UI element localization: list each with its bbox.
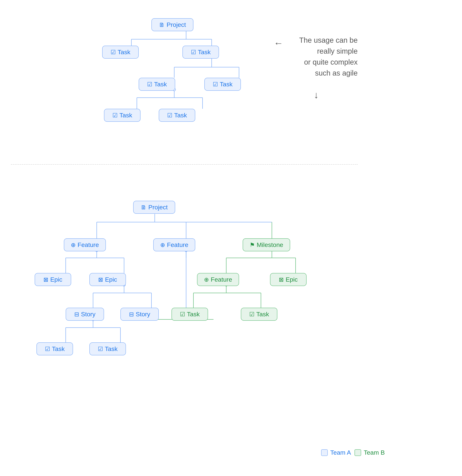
flag-icon: ⚑: [250, 242, 255, 248]
diagram2-project-node: 🗎 Project: [133, 201, 175, 214]
checkbox-icon-4: ☑: [213, 81, 218, 87]
section-divider: [11, 164, 358, 165]
checkbox-icon-bl1: ☑: [45, 346, 50, 352]
diagram1-project-node: 🗎 Project: [151, 18, 193, 31]
diagram2-epic2-node: ⊠ Epic: [89, 273, 126, 286]
diagram2-project-label: Project: [148, 204, 168, 211]
diagram1-task5-node: ☑ Task: [104, 109, 141, 122]
diagram1-task1-label: Task: [118, 49, 130, 56]
diagram1-task4-node: ☑ Task: [204, 78, 241, 91]
checkbox-icon-1: ☑: [110, 49, 116, 55]
document-icon: 🗎: [159, 22, 165, 28]
diagram2-feature2-label: Feature: [167, 241, 188, 248]
diagram2-story1-node: ⊟ Story: [66, 308, 104, 321]
diagram2-story2-label: Story: [136, 311, 150, 318]
diagram2-epic3-label: Epic: [286, 276, 298, 283]
checkbox-icon-a: ☑: [180, 311, 185, 317]
diagram2-feature3-node: ⊕ Feature: [197, 273, 239, 286]
diagram2-task-bl1-node: ☑ Task: [36, 342, 73, 355]
legend-team-b: Team B: [354, 449, 385, 456]
arrow-left-icon: ←: [274, 38, 283, 49]
legend-team-b-label: Team B: [364, 449, 385, 456]
diagram2-story2-node: ⊟ Story: [120, 308, 159, 321]
legend-team-a-label: Team A: [330, 449, 351, 456]
shield-icon-3: ⊠: [279, 277, 284, 282]
diagram1-task2-label: Task: [198, 49, 211, 56]
diagram2-task-bl2-label: Task: [105, 345, 118, 352]
diagram2-feature1-label: Feature: [77, 241, 99, 248]
checkbox-icon-bl2: ☑: [98, 346, 103, 352]
diagram1-task5-label: Task: [119, 112, 132, 119]
diagram2-milestone-label: Milestone: [257, 241, 283, 248]
diagram2-taska-label: Task: [187, 311, 200, 318]
annotation-text: The usage can bereally simpleor quite co…: [285, 35, 358, 78]
diagram2-task-bl1-label: Task: [52, 345, 65, 352]
checkbox-icon-5: ☑: [112, 112, 118, 118]
legend-box-blue: [321, 449, 328, 456]
diagram2-feature1-node: ⊕ Feature: [64, 238, 106, 251]
plus-circle-icon-3: ⊕: [204, 277, 209, 282]
diagram2-taska-node: ☑ Task: [171, 308, 208, 321]
diagram2-taskb-label: Task: [256, 311, 269, 318]
diagram2-milestone-node: ⚑ Milestone: [243, 238, 290, 251]
checkbox-icon-2: ☑: [191, 49, 196, 55]
legend-team-a: Team A: [321, 449, 351, 456]
diagram1-project-label: Project: [167, 21, 186, 28]
checkbox-icon-3: ☑: [147, 81, 152, 87]
diagram2-epic1-node: ⊠ Epic: [35, 273, 71, 286]
plus-circle-icon-2: ⊕: [160, 242, 165, 248]
diagram2-epic2-label: Epic: [105, 276, 117, 283]
checkbox-icon-6: ☑: [167, 112, 172, 118]
diagram1-task3-node: ☑ Task: [139, 78, 175, 91]
diagram2-epic1-label: Epic: [50, 276, 62, 283]
diagram2-story1-label: Story: [81, 311, 95, 318]
legend: Team A Team B: [321, 449, 385, 456]
checkbox-icon-b: ☑: [249, 311, 254, 317]
arrow-down-icon: ↓: [314, 89, 319, 100]
diagram1-task6-node: ☑ Task: [159, 109, 195, 122]
story-icon-2: ⊟: [129, 311, 134, 317]
diagram1-task6-label: Task: [174, 112, 187, 119]
diagram2-feature2-node: ⊕ Feature: [153, 238, 195, 251]
diagram1-task2-node: ☑ Task: [183, 46, 219, 59]
plus-circle-icon-1: ⊕: [71, 242, 76, 248]
shield-icon-1: ⊠: [43, 277, 48, 282]
diagram1-task3-label: Task: [154, 81, 167, 88]
diagram1-task1-node: ☑ Task: [102, 46, 139, 59]
diagram2-task-bl2-node: ☑ Task: [89, 342, 126, 355]
legend-box-green: [354, 449, 361, 456]
diagram2-epic3-node: ⊠ Epic: [270, 273, 307, 286]
diagram1-task4-label: Task: [220, 81, 233, 88]
shield-icon-2: ⊠: [98, 277, 103, 282]
diagram2-feature3-label: Feature: [211, 276, 232, 283]
story-icon-1: ⊟: [74, 311, 79, 317]
diagram2-taskb-node: ☑ Task: [241, 308, 277, 321]
document-icon-2: 🗎: [141, 204, 147, 210]
